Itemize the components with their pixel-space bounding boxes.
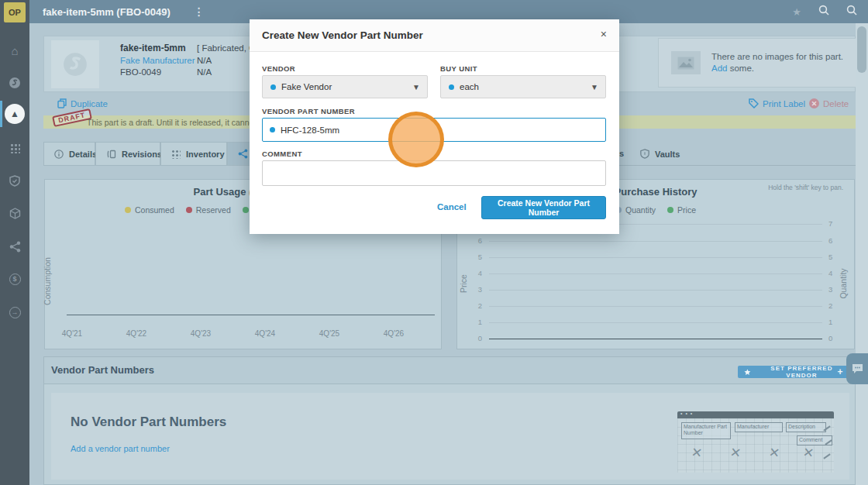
empty-table-illustration: • • • Manufacturer Part Number Manufactu… — [677, 411, 834, 475]
kebab-menu-icon[interactable]: ⋮ — [194, 5, 205, 18]
revisions-icon — [106, 150, 116, 159]
delete-button[interactable]: ✕ Delete — [809, 98, 849, 108]
price-dot — [667, 207, 673, 213]
chevron-down-icon: ▼ — [591, 83, 598, 91]
chevron-down-icon: ▼ — [412, 83, 420, 91]
xtick: 4Q'24 — [243, 329, 287, 338]
part-thumbnail — [51, 40, 99, 88]
gridline — [489, 290, 822, 291]
part-logo-icon: ▲ — [5, 104, 25, 124]
gridline — [489, 257, 822, 258]
quality-shield-icon[interactable] — [0, 169, 29, 192]
x-axis-line — [67, 315, 435, 315]
no-images-card: There are no images for this part. Add s… — [658, 38, 868, 88]
xtick: 4Q'26 — [372, 329, 415, 338]
add-images-link[interactable]: Add — [711, 64, 727, 73]
selected-indicator-dot — [449, 84, 454, 90]
page-title: fake-item-5mm (FBO-0049) — [43, 6, 170, 18]
no-images-text: There are no images for this part. — [711, 52, 843, 61]
star-icon[interactable]: ★ — [792, 6, 801, 18]
modal-title: Create New Vendor Part Number — [262, 29, 423, 41]
info-icon — [54, 150, 64, 159]
vendor-section-body: No Vendor Part Numbers Add a vendor part… — [43, 384, 856, 485]
signout-arrow-icon[interactable]: → — [0, 301, 29, 324]
chat-widget-tab[interactable] — [846, 353, 868, 384]
tab-details[interactable]: Details — [43, 142, 95, 166]
part-number: FBO-0049 — [120, 67, 195, 79]
add-images-suffix: some. — [727, 64, 754, 73]
xtick: 4Q'22 — [115, 329, 158, 338]
scrollbar-track[interactable] — [856, 23, 868, 485]
vendor-label: VENDOR — [262, 64, 295, 73]
consumed-dot — [125, 207, 131, 213]
gridline — [489, 273, 822, 274]
home-icon[interactable]: ⌂ — [0, 39, 29, 62]
vendor-section-header: Vendor Part Numbers SET PREFERRED VENDOR… — [43, 356, 856, 384]
consumption-axis-label: Consumption — [43, 257, 52, 305]
comment-label: COMMENT — [262, 150, 302, 158]
inventory-dots-icon[interactable] — [0, 136, 29, 160]
sidebar-item-parts-active[interactable]: ▲ — [0, 101, 29, 127]
gridline — [489, 241, 822, 242]
vendor-part-number-label: VENDOR PART NUMBER — [262, 107, 355, 115]
part-name: fake-item-5mm — [120, 43, 195, 55]
vendor-empty-state: No Vendor Part Numbers Add a vendor part… — [51, 393, 849, 480]
xtick: 4Q'25 — [308, 329, 351, 338]
gridline — [489, 322, 822, 323]
empty-state-title: No Vendor Part Numbers — [71, 414, 226, 430]
buy-unit-select[interactable]: each ▼ — [440, 75, 606, 98]
app-screen: OP ⌂ ▲ $ → fake-item-5mm (FBO-0049) ⋮ ★ — [0, 0, 868, 485]
vendor-part-number-input[interactable] — [281, 126, 598, 135]
sourcing-share-icon[interactable] — [0, 235, 29, 258]
comment-textarea[interactable] — [262, 160, 606, 186]
xtick: 4Q'21 — [50, 329, 94, 338]
create-vendor-part-modal: Create New Vendor Part Number × VENDOR F… — [250, 19, 619, 234]
cancel-button[interactable]: Cancel — [437, 202, 467, 212]
quantity-axis-label: Quantity — [839, 268, 848, 298]
selected-indicator-dot — [270, 127, 275, 132]
add-vendor-part-button[interactable]: + — [834, 366, 846, 378]
chat-bubble-icon — [852, 363, 863, 374]
zero-axis-line — [489, 339, 822, 339]
finance-dollar-icon[interactable]: $ — [0, 267, 29, 291]
allocated-dot — [243, 207, 249, 213]
print-label-button[interactable]: Print Label — [749, 98, 805, 108]
illustration-grid: Manufacturer Part Number Manufacturer De… — [677, 418, 834, 473]
scrollbar-thumb[interactable] — [857, 26, 866, 73]
buy-unit-label: BUY UNIT — [440, 64, 477, 73]
sidebar: OP ⌂ ▲ $ → — [0, 0, 29, 485]
active-indicator — [0, 101, 2, 127]
search-icon[interactable] — [846, 5, 857, 19]
search-secondary-icon[interactable] — [818, 5, 829, 19]
vendor-section-title: Vendor Part Numbers — [51, 364, 154, 376]
modal-header: Create New Vendor Part Number × — [250, 19, 619, 52]
tab-fragment[interactable]: s — [619, 149, 624, 158]
reserved-dot — [186, 207, 192, 213]
vendor-select[interactable]: Fake Vendor ▼ — [262, 75, 428, 98]
close-icon[interactable]: × — [601, 28, 607, 40]
tab-inventory[interactable]: Inventory — [160, 142, 227, 166]
copy-icon — [57, 98, 67, 108]
dashboard-swirl-icon[interactable] — [0, 71, 29, 95]
gridline — [489, 306, 822, 307]
xtick: 4Q'23 — [179, 329, 222, 338]
tag-icon — [749, 98, 759, 108]
tab-revisions[interactable]: Revisions — [95, 142, 160, 166]
illustration-window-bar: • • • — [677, 411, 834, 418]
tab-vaults[interactable]: Vaults — [629, 142, 687, 166]
manufacturer-link[interactable]: Fake Manufacturer — [120, 56, 195, 65]
create-vendor-part-submit-button[interactable]: Create New Vendor Part Number — [481, 196, 606, 219]
share-icon — [238, 149, 248, 159]
vendor-part-number-field — [262, 118, 606, 142]
app-logo[interactable]: OP — [4, 2, 26, 22]
star-icon — [744, 369, 751, 376]
vault-shield-icon — [640, 149, 649, 159]
builds-cube-icon[interactable] — [0, 201, 29, 225]
add-vendor-part-link[interactable]: Add a vendor part number — [71, 444, 170, 453]
dots-grid-icon — [171, 150, 181, 159]
image-placeholder-icon — [671, 51, 701, 74]
x-circle-icon: ✕ — [809, 98, 819, 108]
duplicate-button[interactable]: Duplicate — [57, 98, 108, 108]
selected-indicator-dot — [270, 84, 276, 90]
